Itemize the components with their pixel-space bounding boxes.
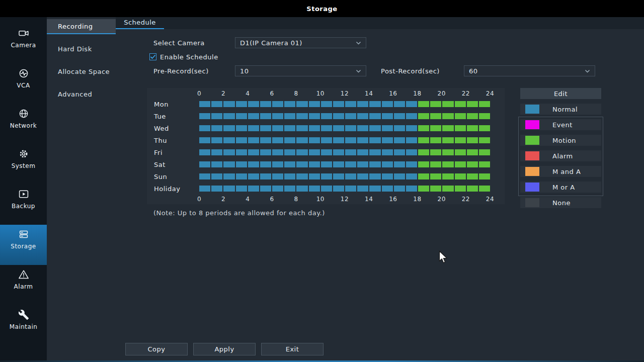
post-record-value: 60 <box>469 67 478 75</box>
select-camera-dropdown[interactable]: D1(IP Camera 01) <box>235 37 366 48</box>
schedule-hour-cell <box>223 113 234 119</box>
time-tick-label: 4 <box>246 195 250 204</box>
sidebar-item-vca[interactable]: VCA <box>0 64 47 104</box>
day-label: Sat <box>154 161 199 168</box>
sidebar-item-backup[interactable]: Backup <box>0 185 47 225</box>
schedule-hour-cell <box>260 101 271 107</box>
schedule-hour-cell <box>223 161 234 167</box>
enable-schedule-checkbox[interactable] <box>149 53 156 60</box>
schedule-hour-cell <box>357 125 368 131</box>
schedule-hour-cell <box>333 137 344 143</box>
schedule-hour-cell <box>394 186 405 192</box>
schedule-hour-cell <box>236 137 247 143</box>
schedule-day-row-mon[interactable]: Mon <box>154 98 490 110</box>
sidebar-item-maintain[interactable]: Maintain <box>0 305 47 345</box>
legend-item-label: Normal <box>552 106 578 113</box>
schedule-hour-cell <box>260 113 271 119</box>
schedule-day-row-tue[interactable]: Tue <box>154 110 490 122</box>
network-icon <box>18 108 29 119</box>
legend-item-m-and-a[interactable]: M and A <box>520 166 601 177</box>
legend-item-event[interactable]: Event <box>520 119 601 130</box>
footer-buttons: CopyApplyExit <box>125 343 324 355</box>
schedule-hour-cell <box>357 101 368 107</box>
day-bar <box>199 137 490 143</box>
legend-item-m-or-a[interactable]: M or A <box>520 182 601 193</box>
schedule-hour-cell <box>406 173 417 179</box>
tab-schedule[interactable]: Schedule <box>116 17 164 29</box>
schedule-hour-cell <box>345 173 356 179</box>
legend-item-none[interactable]: None <box>520 197 601 208</box>
legend-item-normal[interactable]: Normal <box>520 104 601 115</box>
pre-record-dropdown[interactable]: 10 <box>235 65 366 76</box>
window-title: Storage <box>0 0 644 17</box>
schedule-hour-cell <box>369 113 380 119</box>
sidebar-item-system[interactable]: System <box>0 144 47 185</box>
schedule-hour-cell <box>199 186 210 192</box>
schedule-hour-cell <box>442 125 453 131</box>
schedule-hour-cell <box>345 137 356 143</box>
time-tick-label: 2 <box>221 89 225 98</box>
schedule-hour-cell <box>467 186 478 192</box>
submenu-item-recording[interactable]: Recording <box>47 19 116 34</box>
schedule-hour-cell <box>467 149 478 155</box>
schedule-day-row-thu[interactable]: Thu <box>154 134 490 146</box>
schedule-hour-cell <box>345 125 356 131</box>
time-tick-label: 18 <box>413 89 421 98</box>
schedule-hour-cell <box>455 161 466 167</box>
time-tick-label: 24 <box>486 89 494 98</box>
schedule-hour-cell <box>442 186 453 192</box>
schedule-day-row-holiday[interactable]: Holiday <box>154 183 490 195</box>
schedule-hour-cell <box>345 186 356 192</box>
storage-icon <box>18 229 29 240</box>
sidebar-item-storage[interactable]: Storage <box>0 225 47 265</box>
main-content: Schedule Select Camera D1(IP Camera 01) … <box>116 17 644 362</box>
time-tick-label: 22 <box>462 195 470 204</box>
schedule-day-row-wed[interactable]: Wed <box>154 122 490 134</box>
schedule-day-row-sat[interactable]: Sat <box>154 158 490 170</box>
schedule-grid: 024681012141618202224 MonTueWedThuFriSat… <box>147 88 505 204</box>
schedule-hour-cell <box>272 186 283 192</box>
schedule-hour-cell <box>333 173 344 179</box>
schedule-hour-cell <box>430 113 441 119</box>
post-record-dropdown[interactable]: 60 <box>464 65 595 76</box>
schedule-hour-cell <box>357 113 368 119</box>
copy-button[interactable]: Copy <box>125 343 188 355</box>
schedule-hour-cell <box>236 125 247 131</box>
exit-button[interactable]: Exit <box>261 343 324 355</box>
schedule-hour-cell <box>369 186 380 192</box>
sidebar-item-camera[interactable]: Camera <box>0 24 47 64</box>
schedule-day-row-fri[interactable]: Fri <box>154 146 490 158</box>
schedule-hour-cell <box>321 101 332 107</box>
schedule-hour-cell <box>248 161 259 167</box>
legend-item-alarm[interactable]: Alarm <box>520 150 601 161</box>
sidebar-item-label: System <box>12 162 36 169</box>
schedule-hour-cell <box>236 186 247 192</box>
schedule-hour-cell <box>248 125 259 131</box>
schedule-hour-cell <box>479 173 490 179</box>
schedule-hour-cell <box>382 113 393 119</box>
schedule-hour-cell <box>199 161 210 167</box>
schedule-hour-cell <box>296 125 307 131</box>
legend-item-motion[interactable]: Motion <box>520 135 601 146</box>
schedule-hour-cell <box>309 137 320 143</box>
pre-record-label: Pre-Record(sec) <box>153 67 235 75</box>
sidebar-item-alarm[interactable]: Alarm <box>0 265 47 305</box>
schedule-hour-cell <box>284 137 295 143</box>
schedule-hour-cell <box>260 125 271 131</box>
time-tick-label: 12 <box>341 195 349 204</box>
legend-color-swatch <box>525 198 539 207</box>
submenu-item-advanced[interactable]: Advanced <box>47 87 116 102</box>
legend-color-swatch <box>525 151 539 160</box>
note-text: (Note: Up to 8 periods are allowed for e… <box>153 209 325 217</box>
schedule-hour-cell <box>236 161 247 167</box>
schedule-hour-cell <box>333 149 344 155</box>
submenu: RecordingHard DiskAllocate SpaceAdvanced <box>47 17 116 362</box>
schedule-hour-cell <box>418 149 429 155</box>
apply-button[interactable]: Apply <box>193 343 256 355</box>
submenu-item-allocate-space[interactable]: Allocate Space <box>47 64 116 79</box>
edit-button[interactable]: Edit <box>520 88 601 99</box>
schedule-day-row-sun[interactable]: Sun <box>154 170 490 183</box>
sidebar-item-network[interactable]: Network <box>0 104 47 144</box>
schedule-hour-cell <box>284 113 295 119</box>
submenu-item-hard-disk[interactable]: Hard Disk <box>47 42 116 57</box>
